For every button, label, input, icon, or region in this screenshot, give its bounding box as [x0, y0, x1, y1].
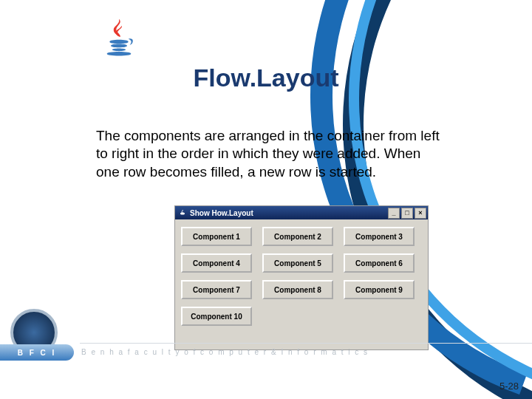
- slide-body-text: The components are arranged in the conta…: [96, 127, 447, 181]
- component-button-9[interactable]: Component 9: [344, 280, 415, 299]
- example-window: Show How.Layout _ □ × Component 1Compone…: [174, 205, 429, 350]
- component-button-7[interactable]: Component 7: [181, 280, 252, 299]
- footer-left-label: B F C I: [0, 344, 74, 361]
- component-button-1[interactable]: Component 1: [181, 227, 252, 246]
- maximize-button[interactable]: □: [401, 208, 413, 219]
- slide-title: Flow.Layout: [0, 64, 532, 92]
- component-button-6[interactable]: Component 6: [344, 253, 415, 273]
- window-client-area: Component 1Component 2Component 3Compone…: [175, 219, 428, 332]
- close-button[interactable]: ×: [415, 208, 426, 219]
- component-button-5[interactable]: Component 5: [262, 253, 333, 273]
- component-button-8[interactable]: Component 8: [262, 280, 333, 299]
- java-cup-icon: [178, 208, 187, 217]
- component-button-10[interactable]: Component 10: [181, 307, 252, 326]
- page-number: 5-28: [499, 381, 519, 392]
- component-button-3[interactable]: Component 3: [344, 227, 415, 246]
- window-title: Show How.Layout: [190, 209, 253, 217]
- footer-bar: B F C I B e n h a f a c u l t y o f c o …: [0, 340, 532, 368]
- component-button-2[interactable]: Component 2: [262, 227, 333, 246]
- java-logo-icon: [98, 16, 140, 59]
- component-button-4[interactable]: Component 4: [181, 253, 252, 273]
- footer-right-label: B e n h a f a c u l t y o f c o m p u t …: [81, 346, 517, 358]
- minimize-button[interactable]: _: [388, 208, 400, 219]
- window-titlebar: Show How.Layout _ □ ×: [175, 206, 428, 219]
